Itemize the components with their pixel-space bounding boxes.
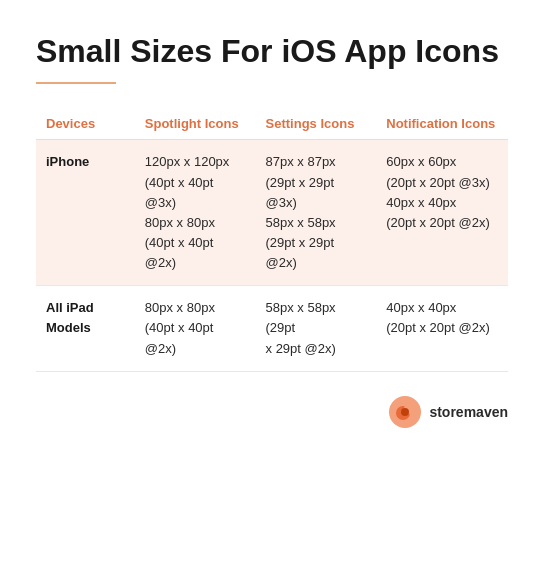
settings-cell: 87px x 87px (29pt x 29pt @3x) 58px x 58p… xyxy=(256,140,377,286)
title-divider xyxy=(36,82,116,84)
table-row: All iPad Models80px x 80px (40pt x 40pt … xyxy=(36,286,508,371)
spotlight-cell: 120px x 120px (40pt x 40pt @3x) 80px x 8… xyxy=(135,140,256,286)
spotlight-cell: 80px x 80px (40pt x 40pt @2x) xyxy=(135,286,256,371)
logo-area: storemaven xyxy=(36,396,508,428)
notification-cell: 60px x 60px (20pt x 20pt @3x) 40px x 40p… xyxy=(376,140,508,286)
settings-cell: 58px x 58px (29pt x 29pt @2x) xyxy=(256,286,377,371)
device-cell: All iPad Models xyxy=(36,286,135,371)
col-header-notification: Notification Icons xyxy=(376,108,508,140)
device-cell: iPhone xyxy=(36,140,135,286)
col-header-settings: Settings Icons xyxy=(256,108,377,140)
page-title: Small Sizes For iOS App Icons xyxy=(36,32,508,70)
table-row: iPhone120px x 120px (40pt x 40pt @3x) 80… xyxy=(36,140,508,286)
logo-text: storemaven xyxy=(429,404,508,420)
storemaven-icon xyxy=(389,396,421,428)
notification-cell: 40px x 40px (20pt x 20pt @2x) xyxy=(376,286,508,371)
col-header-devices: Devices xyxy=(36,108,135,140)
sizes-table: Devices Spotlight Icons Settings Icons N… xyxy=(36,108,508,371)
svg-point-3 xyxy=(401,408,409,416)
col-header-spotlight: Spotlight Icons xyxy=(135,108,256,140)
